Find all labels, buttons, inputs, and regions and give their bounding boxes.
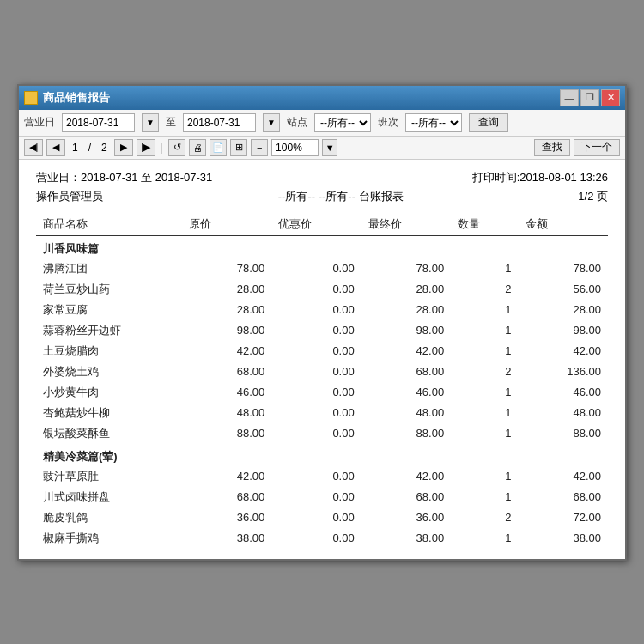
table-cell: 椒麻手撕鸡 [36,528,182,549]
col-header-final: 最终价 [361,213,451,236]
app-icon [24,91,38,105]
filter-info: --所有-- --所有-- 台账报表 [103,189,578,204]
next-page-button[interactable]: ▶ [114,139,133,156]
query-button[interactable]: 查询 [469,113,508,132]
table-cell: 36.00 [361,507,451,528]
class-select[interactable]: --所有-- [405,113,462,132]
date-from-input[interactable] [62,113,135,132]
table-cell: 0.00 [271,403,361,423]
nav-export-button[interactable]: 📄 [210,139,227,156]
table-cell: 46.00 [361,382,451,403]
nav-zoom-out-button[interactable]: − [251,139,268,156]
table-cell: 1 [451,423,518,444]
table-cell: 0.00 [271,258,361,279]
operator-name: 操作员管理员 [36,189,103,204]
table-cell: 88.00 [519,423,609,444]
table-cell: 98.00 [519,320,609,341]
table-cell: 42.00 [361,341,451,361]
table-row: 银坛酸菜酥鱼88.000.0088.00188.00 [36,423,608,444]
table-cell: 36.00 [182,507,271,528]
table-cell: 家常豆腐 [36,300,182,320]
class-label: 班次 [378,115,398,130]
nav-separator-1: | [159,141,165,154]
table-cell: 46.00 [519,382,609,403]
report-date-range: 营业日：2018-07-31 至 2018-07-31 [36,170,212,185]
table-cell: 136.00 [519,361,609,382]
date-to-picker[interactable]: ▼ [263,113,280,132]
table-cell: 28.00 [361,300,451,320]
date-to-input[interactable] [183,113,256,132]
table-cell: 42.00 [519,466,609,487]
table-row: 荷兰豆炒山药28.000.0028.00256.00 [36,279,608,300]
minimize-button[interactable]: — [560,89,579,106]
nav-layout-button[interactable]: ⊞ [230,139,247,156]
table-row: 土豆烧腊肉42.000.0042.00142.00 [36,341,608,361]
table-cell: 28.00 [361,279,451,300]
table-cell: 1 [451,466,518,487]
prev-page-button[interactable]: ◀ [46,139,65,156]
table-cell: 蒜蓉粉丝开边虾 [36,320,182,341]
table-cell: 28.00 [519,300,609,320]
table-cell: 0.00 [271,487,361,507]
report-table: 商品名称 原价 优惠价 最终价 数量 金额 川香风味篇沸腾江团78.000.00… [36,213,608,549]
table-cell: 68.00 [361,487,451,507]
table-cell: 68.00 [182,361,271,382]
table-row: 沸腾江团78.000.0078.00178.00 [36,258,608,279]
table-cell: 42.00 [519,341,609,361]
zoom-dropdown-button[interactable]: ▼ [322,139,337,156]
date-from-picker[interactable]: ▼ [142,113,159,132]
table-cell: 外婆烧土鸡 [36,361,182,382]
table-cell: 0.00 [271,361,361,382]
table-cell: 0.00 [271,466,361,487]
toolbar: 营业日 ▼ 至 ▼ 站点 --所有-- 班次 --所有-- 查询 [19,110,625,137]
find-button[interactable]: 查找 [534,139,570,156]
nav-print-button[interactable]: 🖨 [189,139,206,156]
next-button[interactable]: 下一个 [574,139,620,156]
table-cell: 银坛酸菜酥鱼 [36,423,182,444]
zoom-input[interactable] [271,139,319,156]
table-cell: 沸腾江团 [36,258,182,279]
table-cell: 2 [451,279,518,300]
table-cell: 0.00 [271,382,361,403]
station-select[interactable]: --所有-- [314,113,371,132]
table-cell: 56.00 [519,279,609,300]
date-label: 营业日 [24,115,55,130]
table-cell: 0.00 [271,528,361,549]
table-cell: 1 [451,320,518,341]
table-cell: 78.00 [519,258,609,279]
table-cell: 0.00 [271,279,361,300]
table-row: 脆皮乳鸽36.000.0036.00272.00 [36,507,608,528]
table-cell: 0.00 [271,507,361,528]
table-cell: 68.00 [361,361,451,382]
nav-bar: ◀| ◀ 1 / 2 ▶ |▶ | ↺ 🖨 📄 ⊞ − ▼ 查找 下一个 [19,137,625,160]
table-cell: 68.00 [519,487,609,507]
page-separator: / [85,142,94,154]
table-cell: 豉汁草原肚 [36,466,182,487]
last-page-button[interactable]: |▶ [137,139,155,156]
nav-refresh-button[interactable]: ↺ [168,139,185,156]
table-cell: 1 [451,341,518,361]
table-cell: 98.00 [182,320,271,341]
col-header-sale: 优惠价 [271,213,361,236]
first-page-button[interactable]: ◀| [24,139,43,156]
table-cell: 46.00 [182,382,271,403]
table-cell: 48.00 [361,403,451,423]
table-row: 杏鲍菇炒牛柳48.000.0048.00148.00 [36,403,608,423]
table-cell: 小炒黄牛肉 [36,382,182,403]
col-header-original: 原价 [182,213,271,236]
table-cell: 0.00 [271,300,361,320]
table-cell: 0.00 [271,341,361,361]
table-cell: 0.00 [271,423,361,444]
title-bar-left: 商品销售报告 [24,90,110,106]
table-cell: 68.00 [182,487,271,507]
table-row: 小炒黄牛肉46.000.0046.00146.00 [36,382,608,403]
report-body: 川香风味篇沸腾江团78.000.0078.00178.00荷兰豆炒山药28.00… [36,235,608,549]
table-row: 椒麻手撕鸡38.000.0038.00138.00 [36,528,608,549]
table-header-row: 商品名称 原价 优惠价 最终价 数量 金额 [36,213,608,236]
table-cell: 0.00 [271,320,361,341]
col-header-name: 商品名称 [36,213,182,236]
restore-button[interactable]: ❐ [580,89,599,106]
window-title: 商品销售报告 [43,90,110,106]
close-button[interactable]: ✕ [601,89,620,106]
section-header-row: 精美冷菜篇(荤) [36,444,608,466]
